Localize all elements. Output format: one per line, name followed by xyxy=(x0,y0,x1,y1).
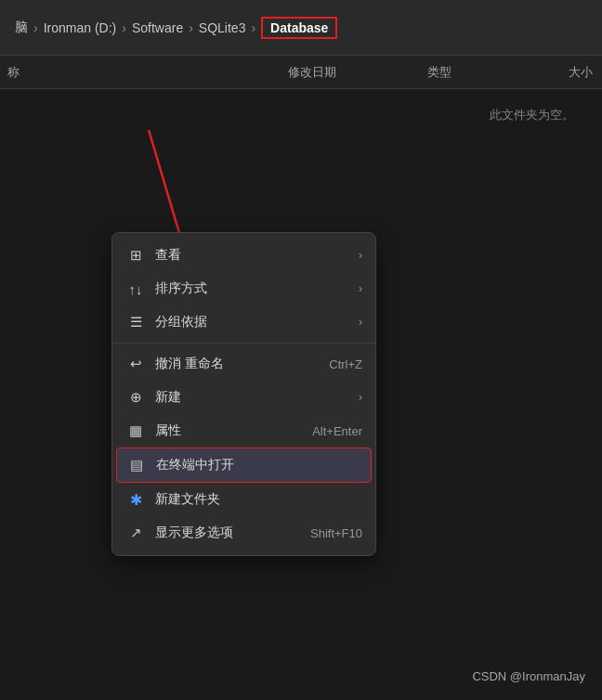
col-header-size: 大小 xyxy=(569,64,593,81)
menu-divider-1 xyxy=(112,343,375,344)
group-arrow-icon: › xyxy=(359,316,362,329)
breadcrumb-sep-4: › xyxy=(251,20,255,35)
sort-arrow-icon: › xyxy=(359,282,362,295)
view-icon: ⊞ xyxy=(127,247,144,264)
menu-label-properties: 属性 xyxy=(155,422,181,439)
menu-item-group[interactable]: ☰ 分组依据 › xyxy=(112,305,375,339)
menu-item-properties[interactable]: ▦ 属性 Alt+Enter xyxy=(112,414,375,447)
breadcrumb-sep-1: › xyxy=(33,20,38,35)
terminal-icon: ▤ xyxy=(128,457,145,473)
undo-icon: ↩ xyxy=(127,356,144,372)
menu-item-new[interactable]: ⊕ 新建 › xyxy=(112,381,375,414)
menu-item-undo[interactable]: ↩ 撤消 重命名 Ctrl+Z xyxy=(112,347,375,381)
breadcrumb-item-database[interactable]: Database xyxy=(261,17,337,39)
menu-label-undo: 撤消 重命名 xyxy=(155,356,224,372)
menu-item-new-folder[interactable]: ✱ 新建文件夹 xyxy=(112,483,375,516)
menu-label-more-options: 显示更多选项 xyxy=(155,525,233,541)
menu-label-new: 新建 xyxy=(155,389,181,406)
breadcrumb-item-brain[interactable]: 脑 xyxy=(15,19,28,36)
empty-folder-text: 此文件夹为空。 xyxy=(490,107,574,123)
menu-label-group: 分组依据 xyxy=(155,314,207,331)
col-header-name: 称 xyxy=(0,64,28,81)
view-arrow-icon: › xyxy=(359,249,362,262)
menu-label-open-terminal: 在终端中打开 xyxy=(156,457,234,473)
col-header-date: 修改日期 xyxy=(288,64,336,81)
col-header-type: 类型 xyxy=(427,64,452,81)
new-folder-icon: ✱ xyxy=(127,491,144,508)
breadcrumb-item-ironman[interactable]: Ironman (D:) xyxy=(44,20,117,35)
column-headers: 称 修改日期 类型 大小 xyxy=(0,56,602,89)
menu-item-more-options[interactable]: ↗ 显示更多选项 Shift+F10 xyxy=(112,516,375,550)
breadcrumb: 脑 › Ironman (D:) › Software › SQLite3 › … xyxy=(15,17,337,39)
properties-shortcut: Alt+Enter xyxy=(312,424,362,438)
group-icon: ☰ xyxy=(127,314,144,331)
breadcrumb-item-sqlite3[interactable]: SQLite3 xyxy=(199,20,246,35)
watermark: CSDN @IronmanJay xyxy=(472,669,585,683)
undo-shortcut: Ctrl+Z xyxy=(329,357,362,371)
breadcrumb-item-software[interactable]: Software xyxy=(132,20,183,35)
breadcrumb-bar: 脑 › Ironman (D:) › Software › SQLite3 › … xyxy=(0,0,602,56)
menu-item-open-terminal[interactable]: ▤ 在终端中打开 xyxy=(116,447,372,483)
context-menu: ⊞ 查看 › ↑↓ 排序方式 › ☰ 分组依据 › ↩ 撤消 重命名 Ctrl+… xyxy=(111,232,376,556)
sort-icon: ↑↓ xyxy=(127,280,144,297)
more-options-shortcut: Shift+F10 xyxy=(310,526,362,540)
menu-item-sort[interactable]: ↑↓ 排序方式 › xyxy=(112,272,375,305)
properties-icon: ▦ xyxy=(127,422,144,439)
new-arrow-icon: › xyxy=(359,391,362,404)
breadcrumb-sep-3: › xyxy=(189,20,193,35)
menu-item-view[interactable]: ⊞ 查看 › xyxy=(112,239,375,272)
menu-label-new-folder: 新建文件夹 xyxy=(155,491,220,508)
menu-label-sort: 排序方式 xyxy=(155,280,207,297)
menu-label-view: 查看 xyxy=(155,247,181,264)
new-icon: ⊕ xyxy=(127,389,144,406)
breadcrumb-sep-2: › xyxy=(122,20,126,35)
more-options-icon: ↗ xyxy=(127,525,144,541)
